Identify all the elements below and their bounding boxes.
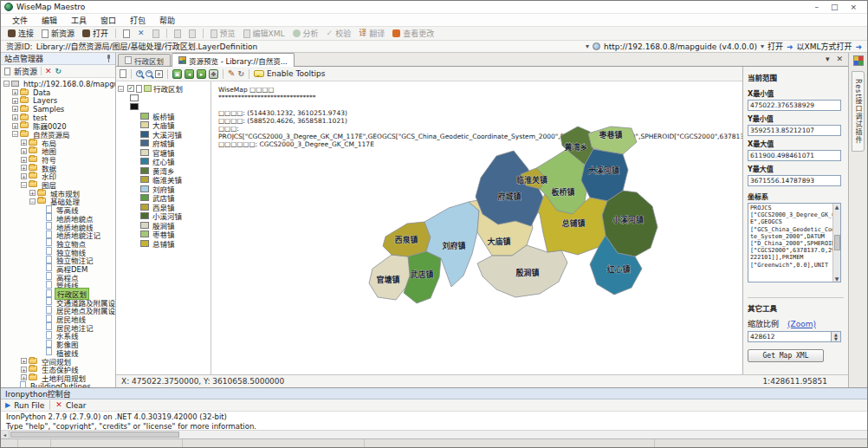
tree-item-http://192.168.0.8/mapguide (v4.0.0.0)[interactable]: −http://192.168.0.8/mapguide (v4.0.0.0) xyxy=(1,80,115,88)
打开-button[interactable]: 打开 xyxy=(79,27,112,40)
plugin-icon[interactable] xyxy=(853,55,864,66)
expand-icon[interactable]: + xyxy=(12,106,18,112)
tree-item-Layers[interactable]: +Layers xyxy=(1,96,115,105)
refresh-map-icon[interactable]: ↻ xyxy=(237,69,244,78)
clear-icon: ✕ xyxy=(55,401,62,409)
tab-资源预览 - Library://自然资...[interactable]: 资源预览 - Library://自然资... xyxy=(172,53,295,67)
chevron-down-icon[interactable]: ▾ xyxy=(826,55,830,63)
layer-checkbox[interactable]: ✓ xyxy=(127,85,134,92)
enable-tooltips-toggle[interactable]: Enable Tooltips xyxy=(267,69,325,78)
scrollbar-horizontal[interactable]: ◂ xyxy=(1,430,867,438)
menu-item-打包[interactable]: 打包 xyxy=(124,14,152,27)
arrow-right-icon[interactable]: ➜ xyxy=(855,42,862,51)
collapse-icon[interactable]: − xyxy=(29,198,36,205)
new-resource-icon xyxy=(4,68,10,75)
zoom-extent-icon[interactable] xyxy=(155,70,163,78)
zoom-out-icon[interactable]: − xyxy=(146,70,152,77)
console-output[interactable]: IronPython 2.7.9 (2.7.9.0) on .NET 4.0.3… xyxy=(1,412,867,430)
scrollbar-vertical[interactable]: ▲▼ xyxy=(832,204,840,282)
新资源-button[interactable]: 新资源 xyxy=(38,27,78,40)
expand-icon[interactable]: + xyxy=(21,157,27,163)
open-xml-button[interactable]: 以XML方式打开 xyxy=(797,41,852,52)
map-label-大庙镇: 大庙镇 xyxy=(487,237,510,246)
scale-stepper[interactable]: ▲▼ xyxy=(832,331,841,342)
legend-item-总铺镇[interactable]: 总铺镇 xyxy=(118,239,209,249)
cut-button[interactable]: ✕ xyxy=(134,29,148,38)
expand-icon[interactable]: + xyxy=(21,374,27,380)
resource-bar: 资源ID: Library://自然资源局/图层/基础处理/行政区划.Layer… xyxy=(1,41,867,53)
collapse-icon[interactable]: − xyxy=(3,81,10,87)
scroll-left-icon[interactable]: ◂ xyxy=(1,431,10,438)
validate-icon: ✓ xyxy=(327,29,334,37)
close-tab-icon[interactable]: ✕ xyxy=(836,55,843,63)
arrow-right-icon[interactable]: ➜ xyxy=(787,42,794,51)
collapse-icon[interactable]: − xyxy=(21,182,27,188)
open-button[interactable]: 打开 xyxy=(768,41,783,52)
minimize-button[interactable]: – xyxy=(814,3,819,11)
site-tree: −http://192.168.0.8/mapguide (v4.0.0.0)+… xyxy=(1,78,115,387)
previous-view-icon[interactable]: ◂ xyxy=(185,69,194,79)
expand-icon[interactable]: + xyxy=(21,148,27,154)
menu-item-编辑[interactable]: 编辑 xyxy=(36,14,63,27)
refresh-icon[interactable]: ↻ xyxy=(55,67,62,75)
zoom-in-icon[interactable]: + xyxy=(136,70,143,77)
map-label-刘府镇: 刘府镇 xyxy=(442,241,465,250)
menu-item-窗口[interactable]: 窗口 xyxy=(94,14,122,27)
scale-input[interactable]: 428612 xyxy=(748,331,832,342)
expand-icon[interactable]: + xyxy=(12,98,18,104)
expand-icon[interactable]: + xyxy=(21,140,27,146)
tree-item-Data[interactable]: +Data xyxy=(1,88,115,97)
zoom-link[interactable]: (Zoom) xyxy=(787,320,816,328)
extent-field-value[interactable]: 3671556.14787893 xyxy=(748,175,841,186)
expand-icon[interactable]: + xyxy=(21,358,27,364)
delete-icon[interactable]: ✕ xyxy=(45,68,52,75)
expand-icon[interactable]: + xyxy=(29,190,36,196)
pan-icon[interactable]: ✥ xyxy=(209,69,218,79)
map-region-府城镇[interactable] xyxy=(476,151,543,226)
copy-button[interactable] xyxy=(120,29,133,39)
next-view-icon[interactable]: ▸ xyxy=(197,69,206,79)
legend-root[interactable]: −✓行政区划 xyxy=(118,84,209,94)
expand-icon[interactable]: + xyxy=(21,173,27,179)
pin-icon[interactable] xyxy=(106,55,112,62)
连接-button[interactable]: 连接 xyxy=(4,27,37,40)
initial-view-icon[interactable]: ▣ xyxy=(172,69,182,79)
chevron-down-icon[interactable]: ▾ xyxy=(761,42,764,50)
expand-icon[interactable]: + xyxy=(12,89,18,95)
expand-icon[interactable]: + xyxy=(12,114,18,120)
collapse-icon[interactable]: − xyxy=(12,131,18,137)
coordsys-text: PROJCS ["CGCS2000_3_Degree_GK_CM_117 E",… xyxy=(748,204,840,269)
expand-icon[interactable]: + xyxy=(12,123,18,129)
menu-item-工具[interactable]: 工具 xyxy=(65,14,93,27)
tab-行政区划[interactable]: 行政区划 xyxy=(118,54,171,66)
document-tabs: 行政区划资源预览 - Library://自然资...▾✕ xyxy=(116,53,848,67)
close-button[interactable]: × xyxy=(850,3,857,11)
menu-item-文件[interactable]: 文件 xyxy=(6,14,34,27)
chevron-down-icon[interactable]: ▾ xyxy=(586,42,589,50)
menu-item-帮助[interactable]: 帮助 xyxy=(153,14,181,27)
legend-item[interactable] xyxy=(118,94,209,103)
server-url[interactable]: http://192.168.0.8/mapguide (v4.0.0.0) xyxy=(604,42,757,51)
run-file-button[interactable]: Run File xyxy=(14,401,44,410)
copy-icon[interactable] xyxy=(120,69,126,78)
maximize-button[interactable]: □ xyxy=(831,3,839,11)
console-title: Ironpython控制台 xyxy=(5,388,71,399)
expand-icon[interactable]: + xyxy=(21,165,27,171)
expand-icon[interactable]: + xyxy=(21,367,27,373)
rest-debug-plugin-tab[interactable]: Rest接口调试插件 xyxy=(852,71,865,152)
map-preview-pane: + − ▣ ◂ ▸ ✥ ✎ ↻ Enable Tooltips xyxy=(116,67,743,374)
collapse-icon[interactable]: − xyxy=(118,86,124,92)
map-canvas[interactable]: WiseMap □□□□****************************… xyxy=(211,81,742,374)
scroll-thumb[interactable] xyxy=(10,432,179,438)
extent-field-value[interactable]: 475022.376538929 xyxy=(748,100,841,111)
extent-field-value[interactable]: 3592513.85212107 xyxy=(748,125,841,136)
get-map-xml-button[interactable]: Get Map XML xyxy=(748,349,824,362)
edit-icon[interactable]: ✎ xyxy=(228,69,235,78)
extent-field-value[interactable]: 611900.498461071 xyxy=(748,150,841,161)
coordsys-textbox[interactable]: PROJCS ["CGCS2000_3_Degree_GK_CM_117 E",… xyxy=(748,203,841,282)
tree-item-Samples[interactable]: +Samples xyxy=(1,105,115,114)
site-new-resource-button[interactable]: 新资源 xyxy=(14,66,37,77)
resource-id-label: 资源ID: xyxy=(6,41,33,52)
clear-button[interactable]: Clear xyxy=(66,401,87,410)
tree-item-土地利用规划[interactable]: +土地利用规划 xyxy=(1,373,115,382)
